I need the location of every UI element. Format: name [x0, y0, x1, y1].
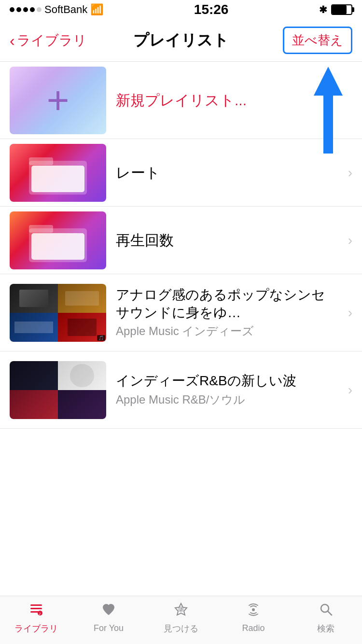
- collage-cell-2: [58, 284, 106, 313]
- collage-rnb-cell-1: [10, 361, 58, 390]
- tab-radio[interactable]: Radio: [217, 602, 290, 633]
- sort-button[interactable]: 並べ替え: [283, 27, 352, 54]
- blue-arrow-annotation: [309, 62, 348, 160]
- radio-icon: [246, 602, 261, 621]
- indie-rnb-playlist-thumb: [10, 361, 106, 419]
- collage-rnb-cell-2: [58, 361, 106, 390]
- navigation-bar: ‹ ライブラリ プレイリスト 並べ替え: [0, 19, 362, 62]
- wifi-icon: 📶: [90, 3, 103, 16]
- analog-playlist-name: アナログ感のあるポップなシンセサウンドに身をゆ…: [116, 286, 338, 322]
- svg-rect-2: [29, 157, 53, 165]
- search-tab-label: 検索: [317, 623, 334, 634]
- svg-marker-0: [314, 67, 343, 154]
- time-display: 15:26: [194, 2, 229, 17]
- tab-find[interactable]: ♪ 見つける: [145, 602, 217, 634]
- status-bar: SoftBank 📶 15:26 ✱: [0, 0, 362, 19]
- tab-bar: ♪ ライブラリ For You ♪ 見つける: [0, 596, 362, 644]
- for-you-icon: [101, 602, 116, 621]
- plus-icon: +: [47, 81, 70, 120]
- indie-rnb-playlist-subtitle: Apple Music R&B/ソウル: [116, 392, 338, 407]
- collage-rnb-cell-4: [58, 390, 106, 419]
- playlist-list: + 新規プレイリスト... レート ›: [0, 62, 362, 429]
- analog-playlist-item[interactable]: 🎵 アナログ感のあるポップなシンセサウンドに身をゆ… Apple Music イ…: [0, 274, 362, 351]
- analog-playlist-thumb: 🎵: [10, 284, 106, 342]
- status-right: ✱: [319, 4, 352, 15]
- svg-rect-8: [30, 608, 42, 609]
- analog-playlist-subtitle: Apple Music インディーズ: [116, 323, 338, 339]
- back-label: ライブラリ: [17, 31, 87, 50]
- svg-line-16: [328, 611, 332, 615]
- rate-playlist-item[interactable]: レート ›: [0, 139, 362, 207]
- indie-rnb-playlist-item[interactable]: インディーズR&Bの新しい波 Apple Music R&B/ソウル ›: [0, 351, 362, 429]
- radio-tab-label: Radio: [242, 623, 265, 633]
- playcount-chevron-icon: ›: [348, 233, 352, 248]
- indie-rnb-chevron-icon: ›: [348, 382, 352, 398]
- rate-playlist-info: レート: [106, 163, 348, 182]
- playcount-playlist-thumb: [10, 211, 106, 269]
- folder-playcount-icon: [27, 216, 89, 265]
- tab-for-you[interactable]: For You: [72, 602, 145, 633]
- rate-playlist-thumb: [10, 144, 106, 202]
- find-tab-label: 見つける: [164, 623, 198, 634]
- analog-playlist-info: アナログ感のあるポップなシンセサウンドに身をゆ… Apple Music インデ…: [106, 286, 348, 339]
- playcount-playlist-name: 再生回数: [116, 231, 338, 250]
- new-playlist-item[interactable]: + 新規プレイリスト...: [0, 62, 362, 139]
- page-title: プレイリスト: [133, 30, 229, 51]
- status-left: SoftBank 📶: [10, 3, 103, 16]
- collage-cell-4: 🎵: [58, 313, 106, 342]
- folder-rate-icon: [27, 149, 89, 197]
- bluetooth-icon: ✱: [319, 4, 327, 15]
- svg-text:♪: ♪: [180, 605, 183, 613]
- tab-search[interactable]: 検索: [290, 602, 362, 634]
- new-playlist-thumb: +: [10, 67, 106, 134]
- library-icon: ♪: [28, 602, 44, 621]
- svg-point-14: [252, 608, 255, 611]
- carrier-label: SoftBank: [44, 3, 87, 16]
- search-icon: [318, 602, 334, 621]
- playcount-playlist-info: 再生回数: [106, 231, 348, 250]
- svg-rect-7: [30, 604, 42, 606]
- back-chevron-icon: ‹: [10, 33, 15, 48]
- signal-dots: [10, 7, 42, 12]
- collage-cell-3: [10, 313, 58, 342]
- analog-chevron-icon: ›: [348, 305, 352, 321]
- playcount-playlist-item[interactable]: 再生回数 ›: [0, 207, 362, 274]
- tab-library[interactable]: ♪ ライブラリ: [0, 602, 72, 634]
- svg-rect-5: [29, 225, 53, 233]
- svg-rect-6: [31, 233, 84, 260]
- rate-chevron-icon: ›: [348, 165, 352, 181]
- back-button[interactable]: ‹ ライブラリ: [10, 31, 87, 50]
- rate-playlist-name: レート: [116, 163, 338, 182]
- collage-rnb-cell-3: [10, 390, 58, 419]
- svg-text:♪: ♪: [39, 610, 41, 616]
- svg-rect-3: [31, 166, 84, 192]
- indie-rnb-playlist-info: インディーズR&Bの新しい波 Apple Music R&B/ソウル: [106, 372, 348, 407]
- find-icon: ♪: [173, 602, 189, 621]
- battery-fill: [332, 5, 347, 14]
- library-tab-label: ライブラリ: [14, 623, 58, 634]
- collage-cell-1: [10, 284, 58, 313]
- indie-rnb-playlist-name: インディーズR&Bの新しい波: [116, 372, 338, 390]
- for-you-tab-label: For You: [94, 623, 124, 633]
- battery-icon: [331, 4, 352, 15]
